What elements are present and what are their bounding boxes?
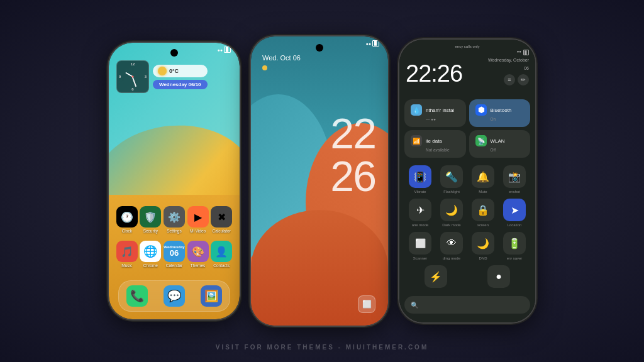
clock-num-9: 9 [119, 75, 121, 79]
phone2-hour: 22 [330, 112, 375, 155]
app-music[interactable]: 🎵 Music [116, 241, 138, 268]
tile-data[interactable]: 💧 nthan'r instal — ●● [404, 99, 466, 127]
app-row-2: 🎵 Music 🌐 Chrome Wednesday 06 Calendar [115, 241, 233, 268]
date-label: Wednesday 06/10 [159, 82, 201, 87]
qa-row-1: 📳 Vibrate 🔦 Flashlight 🔔 Mute 📸 enshot [404, 165, 530, 194]
app-video[interactable]: ▶ Mi Video [187, 206, 209, 233]
p3-edit-btn[interactable]: ✏ [518, 74, 529, 85]
vibrate-label: Vibrate [414, 190, 426, 194]
screen-label: screen [477, 223, 489, 227]
app-clock-label: Clock [122, 229, 132, 233]
tile-mobile-data[interactable]: 📶 ile data Not available [404, 130, 466, 158]
phone2-button[interactable]: ⬜ [358, 295, 375, 313]
qa-vibrate[interactable]: 📳 Vibrate [409, 165, 431, 194]
qa-row-2: ✈ ane mode 🌙 Dark mode 🔒 screen ➤ Locati… [404, 199, 530, 227]
scanner-label: Scanner [413, 256, 427, 260]
tile-bluetooth[interactable]: ⬢ Bluetooth On [469, 99, 531, 127]
quick-actions: 📳 Vibrate 🔦 Flashlight 🔔 Mute 📸 enshot [404, 165, 530, 295]
minute-hand [132, 77, 136, 87]
qa-battery[interactable]: 🔋 ery saver [503, 232, 526, 260]
phone-3: ency calls only ●● ▊ 22:26 Wednesday, Oc… [399, 40, 535, 322]
app-chrome-label: Chrome [143, 263, 158, 268]
app-themes[interactable]: 🎨 Themes [187, 241, 209, 268]
phone2-minute: 26 [330, 155, 375, 197]
clock-face: 12 3 6 9 [118, 62, 148, 92]
qa-airplane[interactable]: ✈ ane mode [409, 199, 431, 227]
reading-label: ding mode [443, 256, 460, 260]
p3-time: 22:26 [406, 62, 462, 85]
emergency-text: ency calls only [406, 45, 529, 48]
app-chrome[interactable]: 🌐 Chrome [140, 241, 161, 268]
clock-center [132, 76, 134, 78]
qa-screenshot[interactable]: 📸 enshot [503, 165, 526, 194]
search-icon: 🔍 [411, 302, 418, 309]
app-calendar[interactable]: Wednesday 06 Calendar [164, 241, 185, 268]
analog-clock: 12 3 6 9 [116, 60, 149, 93]
battery-label: ery saver [507, 256, 523, 260]
app-calendar-label: Calendar [166, 263, 182, 268]
weather-chip: 0°C [153, 65, 208, 77]
dnd-icon: 🌙 [472, 232, 494, 255]
quick-tiles: 💧 nthan'r instal — ●● ⬢ Bluetooth On 📶 [404, 99, 530, 158]
qa-dnd[interactable]: 🌙 DND [472, 232, 494, 260]
app-settings[interactable]: ⚙️ Settings [164, 206, 185, 233]
app-security[interactable]: 🛡️ Security [140, 206, 161, 233]
clock-num-3: 3 [145, 75, 147, 79]
phone-3-screen: ency calls only ●● ▊ 22:26 Wednesday, Oc… [399, 40, 535, 322]
qa-scanner[interactable]: ⬜ Scanner [409, 232, 431, 260]
qa-location[interactable]: ➤ Location [503, 199, 526, 227]
reading-icon: 👁 [440, 232, 463, 255]
mute-icon: 🔔 [472, 165, 494, 188]
tile-mobile-title: ile data [426, 138, 442, 144]
mute-label: Mute [479, 190, 487, 194]
vibrate-icon: 📳 [409, 165, 431, 188]
bolt-icon: ⚡ [425, 265, 447, 288]
qa-circle[interactable]: ● [487, 265, 510, 290]
tile-wlan[interactable]: 📡 WLAN Off [469, 130, 531, 158]
flashlight-label: Flashlight [443, 190, 460, 194]
punch-hole-1 [170, 49, 178, 57]
dock-phone[interactable]: 📞 [126, 285, 148, 307]
scanner-icon: ⬜ [409, 232, 431, 255]
app-calculator[interactable]: ✖ Calculator [211, 206, 232, 233]
darkmode-label: Dark mode [442, 223, 460, 227]
app-clock[interactable]: 🕐 Clock [116, 206, 138, 233]
qa-bolt[interactable]: ⚡ [425, 265, 447, 290]
p3-search: 🔍 [404, 296, 530, 314]
p3-date1: Wednesday, October [488, 58, 529, 62]
qa-flashlight[interactable]: 🔦 Flashlight [440, 165, 463, 194]
dock-gallery[interactable]: 🖼️ [201, 285, 222, 307]
status-icons-2: ●● ▊ [366, 40, 379, 47]
tile-mobile-icon: 📶 [411, 135, 422, 146]
app-settings-label: Settings [167, 229, 182, 233]
tile-bluetooth-subtitle: On [491, 117, 525, 121]
location-label: Location [508, 223, 522, 227]
circle-icon: ● [487, 265, 510, 288]
watermark: VISIT FOR MORE THEMES - MIUITHEMER.COM [0, 344, 644, 351]
dock-bar: 📞 💬 🖼️ [118, 280, 230, 312]
p3-settings-btn[interactable]: ≡ [504, 74, 515, 85]
airplane-label: ane mode [412, 223, 429, 227]
tile-wlan-subtitle: Off [491, 148, 525, 152]
app-contacts[interactable]: 👤 Contacts [211, 241, 232, 268]
phone-2-screen: ●● ▊ Wed. Oct 06 22 26 ⬜ [251, 36, 388, 326]
phone-1-screen: ●● ▊ 12 3 6 9 [109, 43, 240, 319]
dock-messages[interactable]: 💬 [164, 285, 185, 307]
app-music-label: Music [121, 263, 132, 268]
tile-wlan-icon: 📡 [475, 135, 487, 146]
search-bar[interactable]: 🔍 [404, 296, 530, 314]
tile-mobile-header: 📶 ile data [411, 135, 460, 146]
tile-bluetooth-header: ⬢ Bluetooth [475, 104, 525, 116]
lockscreen-icon: 🔒 [472, 199, 494, 221]
phone2-dot [262, 65, 267, 70]
phones-container: ●● ▊ 12 3 6 9 [0, 0, 644, 362]
qa-mute[interactable]: 🔔 Mute [472, 165, 494, 194]
qa-screen[interactable]: 🔒 screen [472, 199, 494, 227]
tile-mobile-subtitle: Not available [426, 148, 460, 152]
clock-widget[interactable]: 12 3 6 9 0°C Wednesday 06/ [116, 60, 208, 93]
qa-darkmode[interactable]: 🌙 Dark mode [440, 199, 463, 227]
tile-bluetooth-icon: ⬢ [475, 104, 487, 116]
qa-reading[interactable]: 👁 ding mode [440, 232, 463, 260]
punch-hole-2 [316, 44, 323, 52]
screenshot-label: enshot [509, 190, 520, 194]
